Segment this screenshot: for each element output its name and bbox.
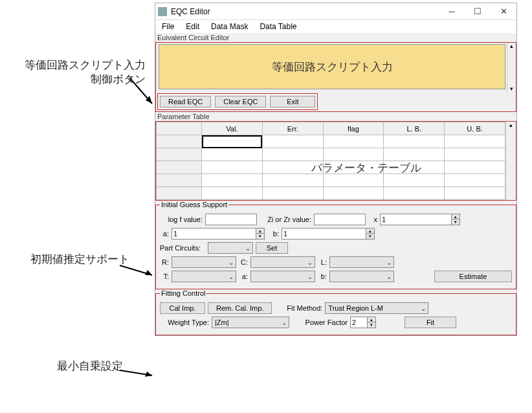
exit-button[interactable]: Exit [270, 96, 315, 107]
pf-input[interactable] [350, 317, 367, 328]
param-table-label: Parameter Table [155, 112, 516, 121]
anno-script: 等価回路スクリプト入力 [25, 59, 146, 71]
scroll-up-icon[interactable]: ▴ [506, 122, 516, 128]
minimize-button[interactable]: ─ [439, 3, 465, 20]
titlebar: EQC Editor ─ ☐ ✕ [155, 3, 516, 20]
r-combo[interactable] [172, 256, 236, 268]
table-row[interactable] [157, 187, 505, 200]
initial-guess-section: Initial Guess Support log f value: Zi or… [155, 201, 516, 289]
col-err: Err. [262, 122, 323, 135]
close-button[interactable]: ✕ [491, 3, 516, 20]
b2-label: b: [318, 273, 327, 280]
menubar: File Edit Data Mask Data Table [155, 20, 516, 33]
b-label: b: [267, 230, 279, 238]
menu-file[interactable]: File [162, 22, 174, 31]
logf-label: log f value: [160, 216, 203, 223]
logf-input[interactable] [205, 214, 257, 225]
x-input[interactable] [380, 214, 451, 225]
fitmethod-label: Fit Method: [274, 304, 322, 312]
table-row[interactable] [157, 174, 505, 187]
window-title: EQC Editor [171, 7, 439, 16]
a2-label: a: [239, 273, 248, 280]
cal-imp-button[interactable]: Cal Imp. [160, 302, 205, 314]
svg-marker-5 [145, 372, 152, 377]
zizr-label: Zi or Zr value: [260, 216, 311, 223]
svg-line-4 [120, 370, 152, 375]
weight-combo[interactable]: |Zm| [212, 317, 289, 328]
b2-combo[interactable] [329, 271, 394, 282]
b-input[interactable] [282, 228, 366, 240]
menu-datatable[interactable]: Data Table [260, 22, 296, 31]
l-combo[interactable] [329, 256, 394, 268]
menu-datamask[interactable]: Data Mask [211, 22, 248, 31]
maximize-button[interactable]: ☐ [465, 3, 491, 20]
anno-ctrl: 制御ボタン [91, 73, 146, 85]
guess-legend: Initial Guess Support [160, 201, 228, 208]
svg-line-2 [120, 265, 152, 275]
svg-marker-3 [145, 270, 152, 275]
r-label: R: [160, 258, 169, 266]
weight-label: Weight Type: [160, 318, 209, 326]
script-button-row: Read EQC Clear EQC Exit [157, 93, 318, 110]
part-label: Part Circuits: [160, 244, 205, 252]
table-row[interactable] [157, 148, 505, 161]
scroll-up-icon[interactable]: ▴ [507, 43, 516, 49]
a-input[interactable] [172, 228, 256, 240]
fit-legend: Fitting Control [160, 289, 206, 297]
fitting-control-section: Fitting Control Cal Imp. Rem. Cal. Imp. … [155, 289, 516, 335]
app-icon [158, 7, 167, 16]
clear-eqc-button[interactable]: Clear EQC [215, 96, 266, 107]
t-combo[interactable] [172, 271, 236, 282]
c-combo[interactable] [250, 256, 315, 268]
col-ub: U. B. [445, 122, 505, 135]
estimate-button[interactable]: Estimate [434, 271, 512, 282]
spin-down-icon[interactable]: ▾ [452, 219, 460, 225]
read-eqc-button[interactable]: Read EQC [160, 96, 211, 107]
rem-cal-imp-button[interactable]: Rem. Cal. Imp. [208, 302, 272, 314]
col-lb: L. B. [384, 122, 445, 135]
a2-combo[interactable] [250, 271, 315, 282]
part-combo[interactable] [208, 242, 253, 254]
zizr-input[interactable] [314, 214, 366, 225]
c-label: C: [239, 258, 248, 266]
l-label: L: [318, 258, 327, 266]
col-flag: flag [323, 122, 384, 135]
script-overlay: 等価回路スクリプト入力 [272, 60, 393, 74]
col-val: Val. [202, 122, 263, 135]
table-row[interactable] [157, 135, 505, 148]
x-label: x [368, 216, 377, 223]
script-section-label: Euivalent Circuit Editor [155, 33, 516, 42]
anno-fit: 最小自乗設定 [39, 359, 123, 374]
t-label: T: [160, 273, 169, 280]
fitmethod-combo[interactable]: Trust Region L-M [325, 302, 428, 314]
eqc-editor-window: EQC Editor ─ ☐ ✕ File Edit Data Mask Dat… [155, 3, 517, 336]
param-overlay: パラメータ・テーブル [311, 161, 421, 175]
fit-button[interactable]: Fit [405, 317, 456, 328]
scroll-down-icon[interactable]: ▾ [507, 85, 516, 92]
anno-guess: 初期値推定サポート [13, 252, 129, 267]
a-label: a: [160, 230, 169, 238]
set-button[interactable]: Set [256, 242, 288, 254]
script-textarea[interactable]: 等価回路スクリプト入力 [159, 44, 505, 89]
pf-label: Power Factor [292, 318, 348, 326]
menu-edit[interactable]: Edit [186, 22, 199, 31]
spin-up-icon[interactable]: ▴ [452, 214, 460, 219]
svg-marker-1 [146, 96, 152, 104]
